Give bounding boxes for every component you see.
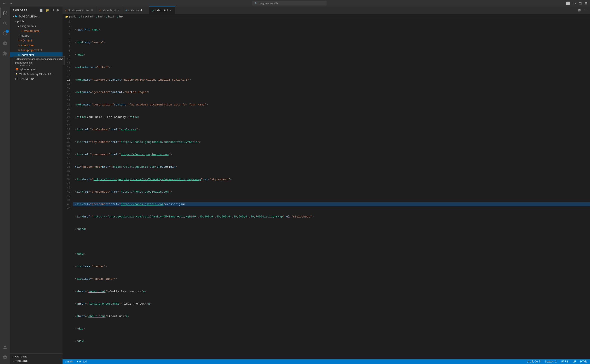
chevron-right-icon: ▸ bbox=[13, 360, 14, 362]
code-line-3: <head> bbox=[73, 53, 590, 57]
layout-icon-4[interactable]: ⊞ bbox=[584, 1, 588, 6]
indentation-status[interactable]: Spaces: 2 bbox=[544, 360, 557, 363]
gitlab-ci-label: .gitlab-ci.yml bbox=[20, 68, 35, 71]
about-label: about.html bbox=[21, 44, 34, 47]
tab-bar: ◇ final-project.html ✕ ◇ about.html ✕ # … bbox=[62, 6, 590, 14]
language-status[interactable]: HTML bbox=[579, 360, 588, 363]
outline-section[interactable]: ▸ OUTLINE bbox=[10, 354, 62, 359]
line-num-11: 11 bbox=[62, 61, 70, 65]
activity-settings[interactable] bbox=[0, 352, 10, 362]
sidebar-item-style[interactable]: # style.css bbox=[10, 57, 62, 62]
tab-close-final-project[interactable]: ✕ bbox=[90, 8, 94, 12]
code-line-15: <link rel="preconnect" href="https://fon… bbox=[73, 202, 590, 206]
layout-icon-1[interactable]: ⬜ bbox=[565, 1, 571, 6]
warning-icon: ⚠ bbox=[82, 360, 85, 363]
md-file-icon: ℹ bbox=[15, 77, 16, 80]
sidebar-item-assignments[interactable]: ▾ assignments bbox=[10, 24, 62, 28]
nav-forward-button[interactable]: → bbox=[8, 1, 13, 6]
tab-about[interactable]: ◇ about.html ✕ bbox=[96, 6, 123, 14]
layout-icon-3[interactable]: ◫ bbox=[578, 1, 583, 6]
activity-extensions[interactable] bbox=[0, 48, 10, 58]
search-input-box[interactable]: 🔍 magdalena-milly bbox=[252, 1, 327, 6]
line-num-38: 38 bbox=[62, 173, 70, 177]
refresh-icon[interactable]: ↺ bbox=[51, 8, 55, 12]
errors-status[interactable]: ✕ 0 ⚠ 0 bbox=[76, 360, 88, 363]
line-num-7: 7 bbox=[62, 45, 70, 49]
language-label: HTML bbox=[580, 360, 587, 363]
timeline-section[interactable]: ▸ TIMELINE bbox=[10, 359, 62, 363]
breadcrumb-link[interactable]: ◇ link bbox=[116, 15, 123, 18]
line-num-31: 31 bbox=[62, 144, 70, 148]
sidebar-item-index[interactable]: ◇ index.html bbox=[10, 52, 62, 57]
code-line-4: <meta charset="UTF-8"> bbox=[73, 65, 590, 69]
readme-label: README.md bbox=[18, 77, 34, 81]
sidebar-item-gitlab-ci[interactable]: 🦊 .gitlab-ci.yml bbox=[10, 67, 62, 72]
sidebar-item-about[interactable]: ◇ about.html bbox=[10, 43, 62, 48]
more-actions-button[interactable]: ⋯ bbox=[583, 8, 588, 13]
error-icon: ✕ bbox=[76, 360, 79, 363]
sidebar-item-404[interactable]: ◇ 404.html bbox=[10, 38, 62, 43]
css-file-icon: # bbox=[18, 58, 20, 61]
breadcrumb-index[interactable]: ◇ index.html bbox=[79, 15, 93, 18]
gitignore-label: .gitignore bbox=[19, 63, 30, 66]
link-icon: ◇ bbox=[116, 15, 118, 18]
line-num-3: 3 bbox=[62, 28, 70, 32]
new-folder-icon[interactable]: 📁 bbox=[45, 8, 50, 12]
code-line-13: <link href="https://fonts.googleapis.com… bbox=[73, 177, 590, 182]
breadcrumb-public[interactable]: 📁 public bbox=[65, 15, 76, 18]
layout-icon-2[interactable]: ▭ bbox=[572, 1, 577, 6]
editor-content[interactable]: 1 2 3 4 5 6 7 8 9 10 11 12 13 14 15 16 1… bbox=[62, 19, 590, 359]
line-num-25: 25 bbox=[62, 119, 70, 123]
code-line-22: <a href="index.html">Weekly Assignments<… bbox=[73, 289, 590, 293]
breadcrumb-html[interactable]: ◇ html bbox=[95, 15, 103, 18]
sidebar-item-readme[interactable]: ℹ README.md bbox=[10, 76, 62, 81]
cursor-position-label: Ln 15, Col 5 bbox=[526, 360, 541, 363]
tab-final-project-label: final-project.html bbox=[68, 9, 89, 12]
sidebar-item-final-project[interactable]: ◇ final-project.html bbox=[10, 48, 62, 52]
line-num-10: 10 bbox=[62, 57, 70, 61]
tab-close-index[interactable]: ✕ bbox=[169, 9, 172, 12]
html-icon: ◇ bbox=[79, 15, 80, 18]
line-num-26: 26 bbox=[62, 123, 70, 128]
root-folder-icon: 🐦 bbox=[15, 15, 18, 18]
tab-close-about[interactable]: ✕ bbox=[117, 8, 120, 12]
search-value: magdalena-milly bbox=[259, 2, 278, 5]
line-num-1: 1 bbox=[62, 20, 70, 24]
git-branch-label: main bbox=[67, 360, 73, 363]
nav-back-button[interactable]: ← bbox=[2, 1, 7, 6]
sidebar-item-fab-academy[interactable]: ★ **Fab Academy Student A... bbox=[10, 72, 62, 76]
git-branch-status[interactable]: ⑃ main bbox=[64, 360, 74, 363]
split-editor-button[interactable]: ⊡ bbox=[577, 8, 582, 13]
tab-final-project[interactable]: ◇ final-project.html ✕ bbox=[62, 6, 96, 14]
tab-index[interactable]: ◇ index.html ✕ bbox=[149, 6, 175, 14]
code-line-27 bbox=[73, 351, 590, 356]
sidebar-item-gitignore[interactable]: ⊙ .gitignore bbox=[10, 62, 62, 67]
new-file-icon[interactable]: 📄 bbox=[39, 8, 44, 12]
breadcrumb-head[interactable]: ◇ head bbox=[106, 15, 114, 18]
line-num-43: 43 bbox=[62, 194, 70, 198]
breadcrumb-head-label: head bbox=[108, 15, 114, 18]
special-file-icon: ★ bbox=[15, 72, 18, 76]
sidebar-item-images[interactable]: ▸ images bbox=[10, 33, 62, 38]
activity-explorer[interactable] bbox=[0, 8, 10, 18]
code-editor[interactable]: <!DOCTYPE html> <html lang="en-us"> <hea… bbox=[73, 19, 590, 359]
activity-accounts[interactable] bbox=[0, 342, 10, 352]
line-num-13: 13 bbox=[62, 69, 70, 74]
code-line-5: <meta name="viewport" content="width=dev… bbox=[73, 78, 590, 82]
tab-style-css[interactable]: # style.css bbox=[123, 6, 149, 14]
collapse-icon[interactable]: ⊘ bbox=[56, 8, 60, 12]
activity-debug[interactable] bbox=[0, 39, 10, 48]
indentation-label: Spaces: 2 bbox=[545, 360, 556, 363]
sidebar-item-public[interactable]: ▾ public bbox=[10, 19, 62, 24]
activity-git[interactable]: 1 bbox=[0, 28, 10, 39]
cursor-position-status[interactable]: Ln 15, Col 5 bbox=[525, 360, 542, 363]
line-ending-status[interactable]: LF bbox=[572, 360, 577, 363]
html-file-icon: ◇ bbox=[18, 39, 20, 42]
activity-bar-bottom bbox=[0, 342, 10, 362]
tree-root[interactable]: ▾ 🐦 MAGDALENA-... bbox=[10, 14, 62, 19]
sidebar-item-week01[interactable]: ◇ week01.html bbox=[10, 28, 62, 33]
encoding-status[interactable]: UTF-8 bbox=[560, 360, 569, 363]
line-num-46: 46 bbox=[62, 206, 70, 210]
activity-search[interactable] bbox=[0, 18, 10, 28]
git-file-icon: ⊙ bbox=[15, 63, 18, 66]
